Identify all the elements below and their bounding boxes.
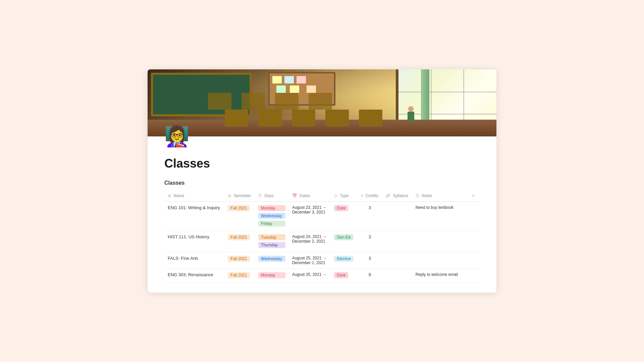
sticky-note <box>307 85 316 93</box>
semester-cell: Fall 2021 <box>224 231 255 252</box>
col-syllabus-label: Syllabus <box>393 193 408 198</box>
syllabus-cell <box>382 202 412 231</box>
table-row: ENG 303: RenaissanceFall 2021MondayAugus… <box>164 269 480 283</box>
table-row: HIST 111: US HistoryFall 2021TuesdayThur… <box>164 231 480 252</box>
type-cell: Elective <box>331 252 358 269</box>
col-notes[interactable]: ☰ Notes <box>412 190 467 202</box>
floor <box>148 120 496 136</box>
day-tag[interactable]: Thursday <box>258 242 285 248</box>
col-name[interactable]: ⊞ Name <box>164 190 224 202</box>
desk <box>258 110 282 126</box>
syllabus-icon: 🔗 <box>385 193 390 198</box>
col-add[interactable]: + <box>467 190 480 202</box>
row-extra-cell <box>467 202 480 231</box>
day-tag[interactable]: Monday <box>258 205 285 211</box>
semester-cell: Fall 2021 <box>224 252 255 269</box>
col-semester[interactable]: ⊕ Semester <box>224 190 255 202</box>
notes-icon: ☰ <box>416 193 419 198</box>
desk <box>309 93 332 110</box>
day-tag[interactable]: Tuesday <box>258 234 285 240</box>
table-wrapper: ⊞ Name ⊕ Semester ☰ Days 📅 Dates <box>148 190 496 293</box>
type-icon: ⊙ <box>334 193 337 198</box>
col-type[interactable]: ⊙ Type <box>331 190 358 202</box>
sticky-note <box>272 76 282 83</box>
add-column-button[interactable]: + <box>470 191 476 200</box>
dates-cell: August 25, 2021 →December 1, 2021 <box>289 252 331 269</box>
name-cell: ENG 101: Writing & Inquiry <box>164 202 224 231</box>
sticky-note <box>276 85 286 93</box>
semester-tag[interactable]: Fall 2021 <box>228 272 250 278</box>
col-semester-label: Semester <box>234 193 251 198</box>
semester-cell: Fall 2021 <box>224 269 255 283</box>
col-type-label: Type <box>340 193 348 198</box>
dates-cell: August 23, 2021 →December 3, 2021 <box>289 202 331 231</box>
student-body <box>408 112 414 122</box>
day-tag[interactable]: Friday <box>258 221 285 227</box>
day-tag[interactable]: Wednesday <box>258 256 285 262</box>
name-cell: FALS: Fine Arts <box>164 252 224 269</box>
student-figure <box>406 106 416 126</box>
table-body: ENG 101: Writing & InquiryFall 2021Monda… <box>164 202 480 283</box>
sticky-note <box>290 85 299 93</box>
dates-cell: August 24, 2021 →December 2, 2021 <box>289 231 331 252</box>
notes-cell <box>412 252 467 269</box>
day-tag[interactable]: Monday <box>258 272 285 278</box>
credits-cell: 3 <box>358 202 382 231</box>
desk <box>241 93 265 110</box>
desk <box>275 93 299 110</box>
type-tag[interactable]: Core <box>334 272 348 278</box>
semester-tag[interactable]: Fall 2021 <box>228 234 250 240</box>
col-credits[interactable]: # Credits <box>358 190 382 202</box>
col-credits-label: Credits <box>366 193 378 198</box>
col-days-label: Days <box>264 193 273 198</box>
semester-icon: ⊕ <box>228 193 231 198</box>
days-cell: TuesdayThursday <box>255 231 289 252</box>
dates-cell: August 25, 2021 → <box>289 269 331 283</box>
name-cell: ENG 303: Renaissance <box>164 269 224 283</box>
days-cell: Monday <box>255 269 289 282</box>
desk <box>292 110 315 126</box>
page-container: 👩‍🏫 Classes Classes ⊞ Name ⊕ Semester ☰ <box>148 69 496 293</box>
syllabus-cell <box>382 252 412 269</box>
section-title: Classes <box>148 173 496 190</box>
syllabus-cell <box>382 231 412 252</box>
table-row: ENG 101: Writing & InquiryFall 2021Monda… <box>164 202 480 231</box>
credits-cell: 3 <box>358 231 382 252</box>
row-extra-cell <box>467 269 480 283</box>
col-syllabus[interactable]: 🔗 Syllabus <box>382 190 412 202</box>
window-frame <box>398 92 496 93</box>
notes-cell: Need to buy textbook <box>412 202 467 231</box>
student-head <box>408 106 414 112</box>
semester-cell: Fall 2021 <box>224 202 255 231</box>
desk <box>225 110 248 126</box>
desk <box>208 93 231 110</box>
type-cell: Core <box>331 269 358 283</box>
semester-tag[interactable]: Fall 2021 <box>228 256 250 262</box>
type-tag[interactable]: Elective <box>334 256 354 262</box>
col-notes-label: Notes <box>422 193 432 198</box>
days-icon: ☰ <box>258 193 262 198</box>
notes-cell: Reply to welcome email <box>412 269 467 283</box>
credits-cell: 3 <box>358 252 382 269</box>
page-title: Classes <box>148 148 496 173</box>
desk <box>359 110 382 126</box>
table-header-row: ⊞ Name ⊕ Semester ☰ Days 📅 Dates <box>164 190 480 202</box>
col-days[interactable]: ☰ Days <box>255 190 289 202</box>
cover-image <box>148 69 496 136</box>
sticky-note <box>297 76 306 83</box>
type-tag[interactable]: Core <box>334 205 348 211</box>
row-extra-cell <box>467 231 480 252</box>
col-dates[interactable]: 📅 Dates <box>289 190 331 202</box>
type-tag[interactable]: Gen Ed <box>334 234 353 240</box>
row-extra-cell <box>467 252 480 269</box>
dates-icon: 📅 <box>292 193 297 198</box>
day-tag[interactable]: Wednesday <box>258 213 285 219</box>
days-cell: Wednesday <box>255 252 289 266</box>
name-icon: ⊞ <box>168 193 171 198</box>
syllabus-cell <box>382 269 412 283</box>
sticky-note <box>284 76 294 83</box>
semester-tag[interactable]: Fall 2021 <box>228 205 250 211</box>
col-dates-label: Dates <box>300 193 310 198</box>
type-cell: Core <box>331 202 358 231</box>
credits-cell: 9 <box>358 269 382 283</box>
